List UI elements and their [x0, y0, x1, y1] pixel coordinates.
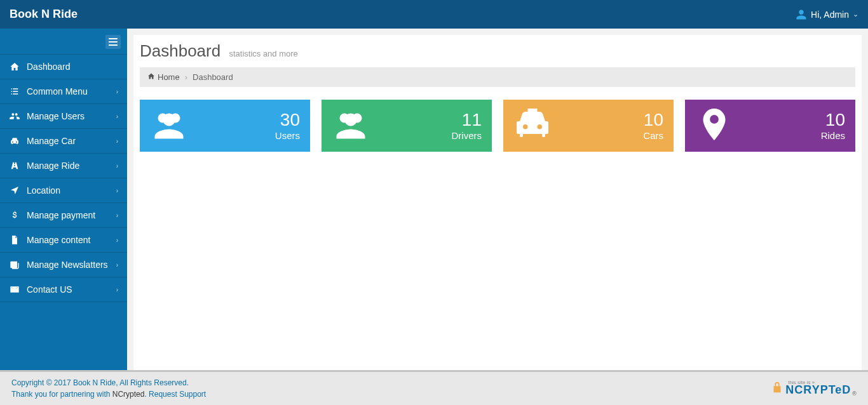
stat-value: 11 [452, 110, 482, 130]
ncrypted-seal[interactable]: this site is » NCRYPTeD ® [770, 381, 857, 397]
sidebar-item-label: Manage Ride [27, 161, 79, 171]
sidebar-item-dashboard[interactable]: Dashboard [0, 55, 127, 79]
main-content: Dashboard statistics and more Home › Das… [133, 35, 862, 370]
stat-label: Drivers [452, 130, 482, 141]
stat-value: 30 [275, 110, 300, 130]
sidebar-item-manage-users[interactable]: Manage Users › [0, 104, 127, 128]
stat-card-users[interactable]: 30 Users [140, 100, 310, 152]
taxi-icon [513, 105, 552, 146]
breadcrumb-current: Dashboard [193, 72, 233, 82]
file-icon [9, 234, 20, 246]
users-icon [332, 105, 370, 146]
user-icon [796, 9, 807, 20]
breadcrumb: Home › Dashboard [140, 67, 855, 87]
newspaper-icon [9, 259, 20, 270]
chevron-right-icon: › [116, 163, 118, 169]
sidebar-item-label: Common Menu [27, 86, 88, 96]
users-icon [150, 105, 188, 146]
page-title: Dashboard statistics and more [140, 41, 855, 61]
stat-label: Cars [643, 130, 663, 141]
user-greeting: Hi, Admin [811, 10, 849, 20]
sidebar-item-manage-car[interactable]: Manage Car › [0, 129, 127, 153]
sidebar-item-label: Manage Users [27, 111, 85, 121]
list-icon [9, 86, 20, 97]
chevron-down-icon: ⌄ [853, 10, 858, 18]
footer-copyright: Copyright © 2017 Book N Ride, All Rights… [11, 377, 206, 388]
footer-ncrypted: NCrypted [112, 390, 145, 399]
footer-text: Copyright © 2017 Book N Ride, All Rights… [11, 377, 206, 400]
stat-card-rides[interactable]: 10 Rides [685, 100, 855, 152]
home-icon [147, 72, 158, 82]
menu-toggle-button[interactable] [105, 35, 121, 49]
map-marker-icon [695, 105, 733, 146]
stat-value: 10 [821, 110, 845, 130]
sidebar-item-label: Manage payment [27, 210, 95, 220]
page-subtitle: statistics and more [229, 49, 297, 58]
stat-card-cars[interactable]: 10 Cars [503, 100, 674, 152]
footer: Copyright © 2017 Book N Ride, All Rights… [0, 370, 868, 405]
chevron-right-icon: › [116, 138, 118, 145]
sidebar-item-label: Manage Car [27, 136, 76, 146]
sidebar-item-label: Dashboard [27, 62, 71, 72]
registered-symbol: ® [852, 390, 857, 397]
sidebar-item-manage-payment[interactable]: Manage payment › [0, 203, 127, 227]
header-bar: Book N Ride Hi, Admin ⌄ [0, 0, 868, 29]
sidebar-item-label: Manage content [27, 235, 90, 245]
sidebar-item-manage-newsletters[interactable]: Manage Newslatters › [0, 253, 127, 277]
user-menu[interactable]: Hi, Admin ⌄ [796, 9, 858, 20]
breadcrumb-home-link[interactable]: Home [158, 72, 180, 82]
chevron-right-icon: › [116, 113, 118, 120]
road-icon [9, 160, 20, 171]
breadcrumb-separator: › [185, 72, 187, 82]
chevron-right-icon: › [116, 237, 118, 244]
sidebar: Dashboard Common Menu › Manage Users › M… [0, 29, 127, 370]
car-icon [9, 135, 20, 147]
envelope-icon [9, 284, 20, 295]
sidebar-item-location[interactable]: Location › [0, 178, 127, 202]
chevron-right-icon: › [116, 88, 118, 95]
users-icon [9, 110, 20, 122]
sidebar-item-manage-content[interactable]: Manage content › [0, 228, 127, 252]
sidebar-item-manage-ride[interactable]: Manage Ride › [0, 154, 127, 178]
sidebar-item-common-menu[interactable]: Common Menu › [0, 79, 127, 103]
stat-card-drivers[interactable]: 11 Drivers [322, 100, 492, 152]
chevron-right-icon: › [116, 187, 118, 194]
lock-icon [770, 381, 784, 397]
sidebar-item-label: Manage Newslatters [27, 260, 108, 270]
chevron-right-icon: › [116, 286, 118, 293]
sidebar-item-label: Location [27, 185, 60, 196]
home-icon [9, 61, 20, 72]
sidebar-item-label: Contact US [27, 284, 72, 295]
location-arrow-icon [9, 185, 20, 196]
seal-top-text: this site is » [788, 380, 815, 385]
footer-request-support-link[interactable]: Request Support [149, 390, 206, 399]
sidebar-item-contact-us[interactable]: Contact US › [0, 277, 127, 302]
chevron-right-icon: › [116, 262, 118, 269]
stat-cards: 30 Users 11 Drivers 10 Cars [140, 100, 855, 152]
stat-label: Rides [821, 130, 845, 141]
chevron-right-icon: › [116, 212, 118, 219]
stat-value: 10 [643, 110, 663, 130]
brand-title: Book N Ride [10, 8, 78, 21]
dollar-icon [9, 209, 20, 221]
stat-label: Users [275, 130, 300, 141]
seal-brand-text: NCRYPTeD [785, 383, 851, 397]
footer-partner-pre: Thank you for partnering with [11, 390, 112, 399]
